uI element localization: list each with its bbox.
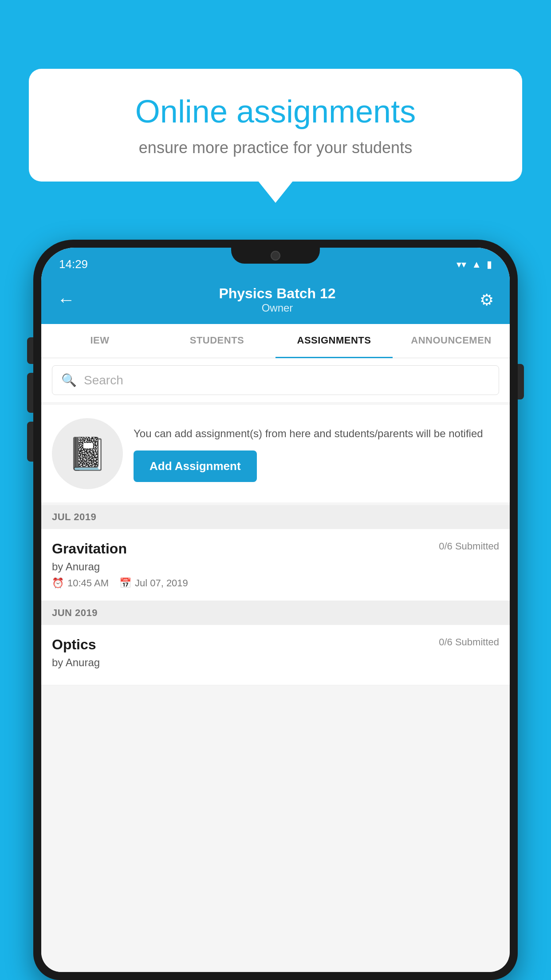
tab-announcements[interactable]: ANNOUNCEMEN xyxy=(393,324,510,358)
search-icon: 🔍 xyxy=(61,373,77,387)
add-assignment-button[interactable]: Add Assignment xyxy=(134,450,257,482)
search-placeholder: Search xyxy=(84,373,123,387)
tab-iew[interactable]: IEW xyxy=(41,324,158,358)
assignment-name: Gravitation xyxy=(52,541,127,557)
back-button[interactable]: ← xyxy=(57,290,75,310)
assignment-item-optics[interactable]: Optics 0/6 Submitted by Anurag xyxy=(41,625,510,685)
phone-screen: 14:29 ▾▾ ▲ ▮ ← Physics Batch 12 Owner ⚙ … xyxy=(41,248,510,972)
assignment-submitted: 0/6 Submitted xyxy=(439,541,499,552)
assignment-date: 📅 Jul 07, 2019 xyxy=(119,577,188,589)
phone-volume-down xyxy=(27,422,33,462)
add-assignment-description: You can add assignment(s) from here and … xyxy=(134,426,499,442)
speech-bubble-title: Online assignments xyxy=(55,93,496,130)
status-time: 14:29 xyxy=(59,257,88,271)
phone-frame: 14:29 ▾▾ ▲ ▮ ← Physics Batch 12 Owner ⚙ … xyxy=(33,240,518,980)
status-icons: ▾▾ ▲ ▮ xyxy=(457,259,492,270)
header-subtitle: Owner xyxy=(219,302,335,314)
phone-power-button xyxy=(518,364,524,399)
assignment-date-value: Jul 07, 2019 xyxy=(135,577,188,589)
tabs-bar: IEW STUDENTS ASSIGNMENTS ANNOUNCEMEN xyxy=(41,324,510,358)
battery-icon: ▮ xyxy=(487,259,492,270)
assignment-meta: ⏰ 10:45 AM 📅 Jul 07, 2019 xyxy=(52,577,499,589)
tab-students[interactable]: STUDENTS xyxy=(158,324,276,358)
header-title: Physics Batch 12 xyxy=(219,285,335,302)
phone-notch xyxy=(231,248,320,264)
phone-camera xyxy=(271,251,280,261)
clock-icon: ⏰ xyxy=(52,577,64,589)
search-container: 🔍 Search xyxy=(41,358,510,402)
assignment-name-optics: Optics xyxy=(52,636,96,653)
speech-bubble-wrapper: Online assignments ensure more practice … xyxy=(29,69,522,182)
assignment-icon-circle: 📓 xyxy=(52,418,123,489)
assignment-time: ⏰ 10:45 AM xyxy=(52,577,109,589)
main-content: 🔍 Search 📓 You can add assignment(s) fro… xyxy=(41,358,510,972)
signal-icon: ▲ xyxy=(472,259,481,270)
speech-bubble: Online assignments ensure more practice … xyxy=(29,69,522,182)
phone-volume-silent xyxy=(27,337,33,364)
speech-bubble-subtitle: ensure more practice for your students xyxy=(55,138,496,157)
section-header-jul: JUL 2019 xyxy=(41,505,510,529)
section-header-jun: JUN 2019 xyxy=(41,601,510,625)
add-assignment-right: You can add assignment(s) from here and … xyxy=(134,426,499,482)
assignment-header-row: Gravitation 0/6 Submitted xyxy=(52,541,499,557)
assignment-submitted-optics: 0/6 Submitted xyxy=(439,636,499,648)
tab-assignments[interactable]: ASSIGNMENTS xyxy=(276,324,393,358)
assignment-author: by Anurag xyxy=(52,561,499,573)
add-assignment-section: 📓 You can add assignment(s) from here an… xyxy=(41,405,510,502)
settings-button[interactable]: ⚙ xyxy=(480,291,494,309)
search-bar[interactable]: 🔍 Search xyxy=(52,365,499,395)
wifi-icon: ▾▾ xyxy=(457,259,466,270)
assignment-time-value: 10:45 AM xyxy=(67,577,109,589)
phone-volume-up xyxy=(27,373,33,413)
notebook-icon: 📓 xyxy=(67,435,107,473)
assignment-header-row-optics: Optics 0/6 Submitted xyxy=(52,636,499,653)
calendar-icon: 📅 xyxy=(119,577,131,589)
header-title-area: Physics Batch 12 Owner xyxy=(219,285,335,314)
assignment-item-gravitation[interactable]: Gravitation 0/6 Submitted by Anurag ⏰ 10… xyxy=(41,529,510,601)
assignment-author-optics: by Anurag xyxy=(52,656,499,669)
app-header: ← Physics Batch 12 Owner ⚙ xyxy=(41,277,510,324)
